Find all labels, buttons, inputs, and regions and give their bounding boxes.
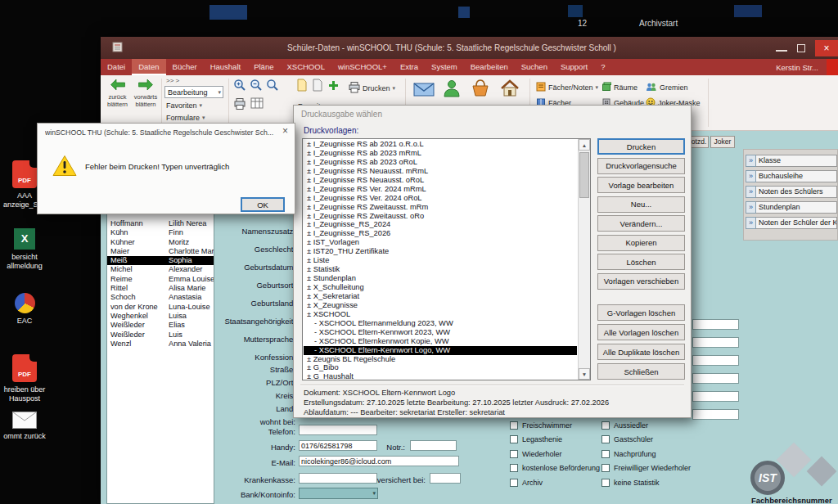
document-icon[interactable] [312, 79, 323, 95]
checkbox[interactable] [601, 479, 610, 487]
printer-icon[interactable] [233, 97, 246, 114]
menu-item-haushalt[interactable]: Haushalt [204, 59, 248, 75]
dialog-button[interactable]: Vorlage bearbeiten [597, 177, 685, 193]
form-field-partial[interactable] [692, 355, 739, 366]
checkbox-row[interactable]: Archiv [510, 475, 600, 490]
dialog-button[interactable]: G-Vorlagen löschen [597, 304, 685, 321]
side-panel-item[interactable]: » Stundenplan [746, 201, 837, 214]
student-person-icon[interactable] [442, 79, 462, 101]
versichert-field[interactable] [430, 473, 461, 484]
nav-forward-button[interactable]: vorwärts blättern [132, 79, 160, 108]
print-template-item[interactable]: ± I_Zeugnisse RS Zweitausst. mRm [304, 203, 577, 212]
zoom-out-icon[interactable] [250, 79, 263, 95]
print-template-item[interactable]: ± I_Zeugnisse_RS_2024 [304, 220, 577, 229]
checkbox[interactable] [601, 450, 610, 458]
zoom-in-icon[interactable] [233, 79, 246, 95]
send-mail-icon[interactable] [413, 80, 435, 101]
raeume-button[interactable]: Räume [601, 82, 638, 93]
minimize-button[interactable] [776, 45, 787, 52]
basket-icon[interactable] [470, 79, 491, 101]
checkbox[interactable] [510, 464, 518, 472]
print-template-item[interactable]: ± Zeugnis BL Regelschule [304, 355, 577, 364]
side-panel-item[interactable]: » Klasse [746, 155, 837, 167]
notr-field[interactable] [410, 440, 457, 451]
print-template-listbox[interactable]: ± I_Zeugnisse RS ab 2021 o.R.o.L ± I_Zeu… [302, 138, 591, 380]
checkbox-row[interactable]: Aussiedler [601, 418, 691, 433]
checkbox-row[interactable]: Freischwimmer [510, 418, 600, 433]
dialog-button[interactable]: Alle Duplikate löschen [597, 344, 685, 360]
document-yellow-icon[interactable] [296, 79, 308, 95]
menu-item-xschool[interactable]: XSCHOOL [280, 59, 331, 75]
print-template-item[interactable]: - XSCHOOL Elternkennwort Kopie, WW [304, 337, 577, 346]
nav-back-button[interactable]: zurück blättern [105, 79, 130, 108]
print-template-item[interactable]: - XSCHOOL Elternanmeldung 2023, WW [304, 319, 577, 328]
print-template-item[interactable]: ± I_Zeugnisse RS ab 2021 o.R.o.L [304, 140, 577, 149]
checkbox-row[interactable]: Freiwilliger Wiederholer [601, 461, 691, 476]
desktop-icon-pdf-hauspost[interactable]: PDF hreiben über Hauspost [0, 354, 49, 403]
dialog-button[interactable]: Kopieren [597, 235, 685, 251]
zoom-icon[interactable] [266, 79, 279, 95]
gremien-button[interactable]: Gremien [646, 82, 688, 93]
form-field-partial[interactable] [692, 373, 739, 384]
list-scrollbar[interactable]: ▲ ▼ [578, 139, 590, 380]
menu-item-extra[interactable]: Extra [394, 59, 425, 75]
menu-item-help[interactable]: ? [594, 59, 611, 75]
print-template-item[interactable]: ± Liste [304, 256, 577, 265]
checkbox[interactable] [601, 435, 610, 443]
checkbox-row[interactable]: Wiederholer [510, 447, 600, 461]
table-icon[interactable] [250, 97, 264, 114]
form-field-partial[interactable] [692, 337, 739, 348]
email-field[interactable] [299, 456, 459, 466]
checkbox-row[interactable]: Gastschüler [601, 433, 691, 448]
menu-close-icon[interactable] [827, 59, 838, 75]
formulare-dropdown[interactable]: Formulare ▾ [166, 114, 205, 122]
menu-item-plaene[interactable]: Pläne [247, 59, 280, 75]
checkbox[interactable] [510, 421, 518, 430]
menu-item-winschool-plus[interactable]: winSCHOOL+ [331, 59, 394, 75]
print-template-item[interactable]: ± X_Sekretariat [304, 292, 577, 301]
form-field-partial[interactable] [692, 409, 739, 420]
checkbox[interactable] [510, 450, 518, 458]
dialog-button[interactable]: Löschen [597, 254, 685, 270]
maximize-button[interactable] [797, 44, 805, 52]
print-template-item[interactable]: - XSCHOOL Eltern-Kennwort 2023, WW [304, 328, 577, 337]
bearbeitung-combobox[interactable]: Bearbeitung ▾ [164, 86, 223, 98]
menu-item-suchen[interactable]: Suchen [515, 59, 554, 75]
checkbox[interactable] [510, 435, 518, 443]
side-panel-item[interactable]: » Noten des Schülers [746, 186, 837, 198]
menu-item-datei[interactable]: Datei [101, 59, 132, 75]
checkbox[interactable] [601, 421, 610, 430]
home-icon[interactable] [499, 79, 520, 101]
print-template-item[interactable]: ± IST20_THU Zertifikate [304, 247, 577, 256]
dialog-button[interactable]: Alle Vorlagen löschen [597, 324, 685, 340]
dialog-button[interactable]: Schließen [597, 363, 685, 380]
print-template-item[interactable]: ± Stundenplan [304, 274, 577, 283]
dialog-button[interactable]: Drucken [597, 138, 685, 155]
menu-item-bearbeiten[interactable]: Bearbeiten [464, 59, 515, 75]
scroll-down-button[interactable]: ▼ [579, 368, 590, 380]
desktop-icon-excel[interactable]: X bersicht allmeldung [0, 228, 49, 271]
scroll-thumb[interactable] [579, 152, 589, 198]
menu-item-support[interactable]: Support [554, 59, 594, 75]
print-template-item[interactable]: ± I_Zeugnisse RS ab 2023 mRmL [304, 149, 577, 158]
form-field-partial[interactable] [692, 391, 739, 402]
ok-button[interactable]: OK [241, 197, 285, 212]
side-panel-item[interactable]: » Buchausleihe [746, 170, 837, 182]
menu-item-system[interactable]: System [425, 59, 464, 75]
dialog-button[interactable]: Druckvorlagensuche [597, 158, 685, 174]
print-template-item[interactable]: ± G_Haushalt [304, 372, 577, 379]
menu-item-daten[interactable]: Daten [132, 59, 165, 75]
checkbox-row[interactable]: keine Statistik [601, 475, 691, 490]
print-template-item[interactable]: ± I_Zeugnisse RS Ver. 2024 oRoL [304, 194, 577, 203]
print-template-item[interactable]: ± I_Zeugnisse RS Neuausst. oRoL [304, 176, 577, 185]
desktop-icon-mail[interactable]: ommt zurück [0, 412, 49, 441]
telefon-field[interactable] [299, 425, 377, 435]
faecher-noten-dropdown[interactable]: Fächer/Noten ▾ [536, 82, 598, 93]
print-template-item[interactable]: ± IST_Vorlagen [304, 238, 577, 247]
close-button[interactable]: × [815, 40, 838, 56]
print-template-item[interactable]: ± G_Bibo [304, 363, 577, 372]
print-template-item[interactable]: ± I_Zeugnisse RS Zweitausst. oRo [304, 212, 577, 221]
drucken-dropdown[interactable]: Drucken ▾ [348, 81, 395, 95]
print-template-item[interactable]: ± X_Zeugnisse [304, 301, 577, 310]
favoriten-dropdown[interactable]: Favoriten ▾ [166, 101, 202, 110]
